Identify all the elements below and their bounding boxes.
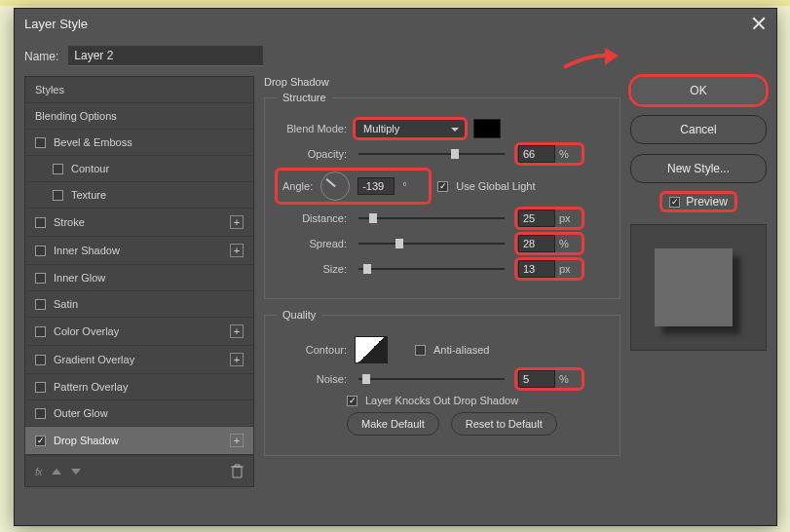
reset-default-button[interactable]: Reset to Default [451, 412, 557, 436]
structure-group: Structure Blend Mode: Multiply Opacity: … [264, 92, 621, 299]
knockout-checkbox[interactable] [347, 396, 357, 406]
texture-checkbox[interactable] [53, 190, 63, 201]
contour-row[interactable]: Contour [25, 156, 253, 182]
contour-picker[interactable] [355, 336, 388, 363]
outer-glow-row[interactable]: Outer Glow [25, 400, 253, 427]
layer-style-dialog: Layer Style Name: Styles Blending Option… [14, 8, 777, 526]
styles-footer: fx [25, 455, 253, 486]
opacity-slider[interactable] [358, 153, 505, 155]
knockout-label: Layer Knocks Out Drop Shadow [365, 395, 518, 406]
add-color-overlay-icon[interactable]: + [230, 324, 244, 338]
preview-checkbox[interactable] [669, 197, 680, 208]
drop-shadow-checkbox[interactable] [35, 436, 46, 446]
angle-input[interactable] [357, 177, 395, 195]
distance-unit: px [559, 212, 581, 224]
add-inner-shadow-icon[interactable]: + [230, 244, 244, 257]
options-panel: Drop Shadow Structure Blend Mode: Multip… [264, 76, 621, 487]
distance-label: Distance: [277, 212, 347, 224]
styles-header[interactable]: Styles [25, 77, 253, 103]
inner-glow-checkbox[interactable] [35, 273, 46, 284]
angle-label: Angle: [282, 180, 313, 192]
gradient-overlay-row[interactable]: Gradient Overlay + [25, 346, 253, 374]
spread-unit: % [559, 238, 581, 249]
move-up-icon[interactable] [52, 469, 61, 475]
spread-input[interactable] [518, 235, 555, 252]
right-panel: OK Cancel New Style... Preview [630, 76, 767, 487]
antialiased-checkbox[interactable] [415, 345, 426, 356]
titlebar: Layer Style [15, 9, 776, 38]
spread-label: Spread: [277, 238, 347, 249]
angle-unit: ° [402, 180, 424, 192]
add-gradient-overlay-icon[interactable]: + [230, 353, 244, 366]
use-global-light-checkbox[interactable] [437, 181, 448, 192]
contour-label: Contour: [277, 344, 347, 356]
trash-icon[interactable] [231, 464, 244, 478]
structure-legend: Structure [277, 92, 332, 103]
fx-menu[interactable]: fx [35, 466, 42, 477]
color-overlay-checkbox[interactable] [35, 326, 46, 337]
angle-dial[interactable] [320, 171, 350, 201]
size-unit: px [559, 263, 581, 275]
pattern-overlay-checkbox[interactable] [35, 382, 46, 393]
shadow-color-swatch[interactable] [473, 119, 501, 138]
opacity-unit: % [559, 148, 581, 160]
blend-mode-select[interactable]: Multiply [355, 119, 466, 138]
noise-slider[interactable] [358, 378, 505, 380]
opacity-input[interactable] [518, 145, 555, 163]
satin-row[interactable]: Satin [25, 291, 253, 318]
blending-options-row[interactable]: Blending Options [25, 103, 253, 130]
noise-input[interactable] [518, 370, 555, 388]
preview-label: Preview [686, 195, 728, 209]
blend-mode-label: Blend Mode: [277, 123, 347, 134]
drop-shadow-row[interactable]: Drop Shadow + [25, 427, 253, 455]
size-label: Size: [277, 263, 347, 275]
stroke-checkbox[interactable] [35, 217, 46, 228]
antialiased-label: Anti-aliased [433, 344, 489, 356]
inner-shadow-checkbox[interactable] [35, 246, 46, 256]
texture-row[interactable]: Texture [25, 182, 253, 209]
satin-checkbox[interactable] [35, 299, 46, 310]
spread-slider[interactable] [358, 243, 505, 245]
use-global-light-label: Use Global Light [456, 180, 535, 192]
contour-checkbox[interactable] [53, 164, 63, 174]
bevel-checkbox[interactable] [35, 137, 46, 148]
noise-unit: % [559, 373, 581, 385]
make-default-button[interactable]: Make Default [347, 412, 439, 436]
new-style-button[interactable]: New Style... [630, 154, 767, 183]
preview-toggle[interactable]: Preview [661, 193, 735, 210]
ok-button[interactable]: OK [630, 76, 767, 105]
size-input[interactable] [518, 260, 555, 278]
add-drop-shadow-icon[interactable]: + [230, 434, 244, 447]
add-stroke-icon[interactable]: + [230, 215, 244, 229]
pattern-overlay-row[interactable]: Pattern Overlay [25, 374, 253, 400]
layer-name-input[interactable] [68, 46, 263, 66]
move-down-icon[interactable] [71, 469, 81, 475]
preview-swatch [655, 248, 733, 326]
stroke-row[interactable]: Stroke + [25, 209, 253, 237]
panel-heading: Drop Shadow [264, 76, 621, 88]
cancel-button[interactable]: Cancel [630, 115, 767, 144]
inner-glow-row[interactable]: Inner Glow [25, 265, 253, 291]
gradient-overlay-checkbox[interactable] [35, 355, 46, 365]
opacity-label: Opacity: [277, 148, 347, 160]
close-icon[interactable] [751, 16, 767, 31]
bevel-emboss-row[interactable]: Bevel & Emboss [25, 130, 253, 156]
styles-panel: Styles Blending Options Bevel & Emboss C… [24, 76, 254, 487]
noise-label: Noise: [277, 373, 347, 385]
quality-legend: Quality [277, 309, 321, 321]
distance-input[interactable] [518, 209, 555, 227]
size-slider[interactable] [358, 268, 505, 270]
distance-slider[interactable] [358, 217, 505, 219]
inner-shadow-row[interactable]: Inner Shadow + [25, 237, 253, 265]
quality-group: Quality Contour: Anti-aliased Noise: [264, 309, 621, 456]
dialog-title: Layer Style [24, 17, 88, 31]
name-label: Name: [24, 50, 58, 63]
preview-box [630, 224, 767, 351]
color-overlay-row[interactable]: Color Overlay + [25, 318, 253, 346]
outer-glow-checkbox[interactable] [35, 408, 46, 419]
